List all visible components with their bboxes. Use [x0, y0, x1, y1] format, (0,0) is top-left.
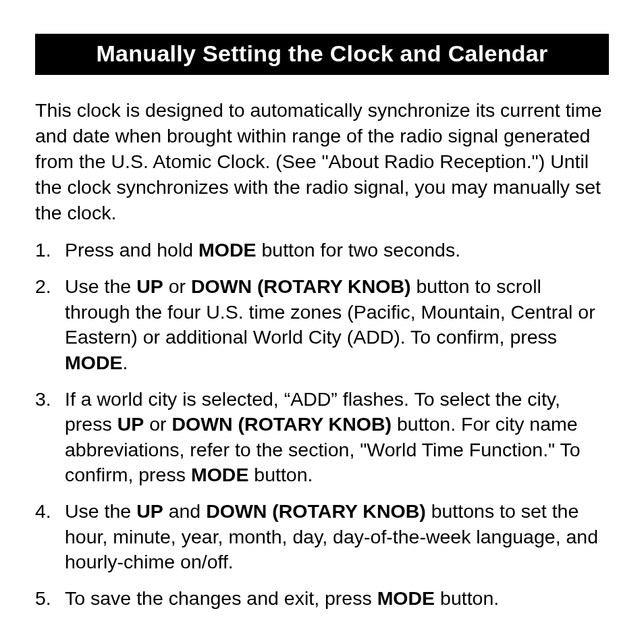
step-item: Press and hold MODE button for two secon…: [35, 238, 609, 263]
steps-list: Press and hold MODE button for two secon…: [35, 238, 609, 611]
step-item: To save the changes and exit, press MODE…: [35, 586, 609, 612]
text: button for two seconds.: [257, 239, 461, 261]
bold-text: MODE: [65, 352, 123, 373]
text: or: [144, 413, 171, 435]
bold-text: UP: [117, 413, 144, 435]
bold-text: DOWN (ROTARY KNOB): [206, 500, 426, 522]
bold-text: DOWN (ROTARY KNOB): [171, 413, 392, 435]
step-item: Use the UP and DOWN (ROTARY KNOB) button…: [35, 499, 609, 575]
text: button.: [248, 464, 313, 485]
bold-text: MODE: [198, 239, 257, 261]
text: To save the changes and exit, press: [65, 587, 377, 609]
intro-paragraph: This clock is designed to automatically …: [35, 98, 609, 225]
text: or: [163, 275, 191, 297]
bold-text: UP: [136, 275, 163, 297]
page: Manually Setting the Clock and Calendar …: [0, 0, 644, 611]
bold-text: DOWN (ROTARY KNOB): [191, 275, 411, 297]
step-item: Use the UP or DOWN (ROTARY KNOB) button …: [35, 274, 609, 375]
step-item: If a world city is selected, “ADD” flash…: [35, 387, 609, 488]
bold-text: MODE: [191, 464, 249, 485]
bold-text: UP: [136, 500, 163, 522]
section-title: Manually Setting the Clock and Calendar: [35, 34, 609, 75]
text: .: [123, 352, 128, 373]
text: Use the: [65, 275, 136, 297]
text: button.: [435, 587, 499, 609]
text: Press and hold: [65, 239, 198, 261]
text: and: [163, 500, 206, 522]
bold-text: MODE: [377, 587, 435, 609]
text: Use the: [65, 500, 136, 522]
